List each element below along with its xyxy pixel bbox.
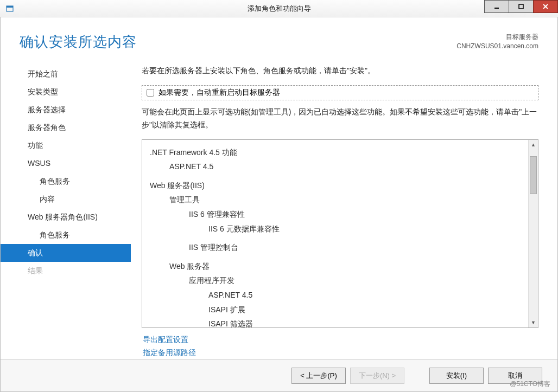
feature-list: .NET Framework 4.5 功能ASP.NET 4.5Web 服务器(… [142,140,528,328]
target-info: 目标服务器 CNHZWSUS01.vancen.com [456,33,538,51]
feature-item: Web 服务器(IIS) [150,178,521,193]
svg-rect-1 [7,6,13,8]
export-config-link[interactable]: 导出配置设置 [143,333,538,346]
sidebar-item[interactable]: 开始之前 [1,65,131,83]
feature-item: 应用程序开发 [189,273,521,288]
sidebar-item[interactable]: 功能 [1,137,131,155]
sidebar-item[interactable]: 确认 [1,244,131,262]
app-icon [5,4,14,13]
sidebar-item: 结果 [1,262,131,280]
minimize-button[interactable] [484,0,509,13]
auto-restart-checkbox[interactable] [147,89,154,97]
close-button[interactable] [533,0,558,13]
feature-item: Web 服务器 [169,259,521,274]
next-button: 下一步(N) > [350,368,404,384]
sidebar-item[interactable]: 角色服务 [1,172,131,190]
svg-rect-3 [519,4,523,9]
header-area: 确认安装所选内容 目标服务器 CNHZWSUS01.vancen.com [1,17,557,57]
scrollbar[interactable]: ▲ ▼ [528,140,538,328]
feature-item: ASP.NET 4.5 [169,159,521,174]
page-heading: 确认安装所选内容 [20,33,137,52]
main-panel: 若要在所选服务器上安装以下角色、角色服务或功能，请单击"安装"。 如果需要，自动… [131,57,544,359]
window-title: 添加角色和功能向导 [248,4,311,14]
sidebar-item[interactable]: 内容 [1,190,131,208]
feature-item: ISAPI 扩展 [208,303,521,317]
note-text: 可能会在此页面上显示可选功能(如管理工具)，因为已自动选择这些功能。如果不希望安… [142,106,538,132]
intro-text: 若要在所选服务器上安装以下角色、角色服务或功能，请单击"安装"。 [142,65,538,76]
watermark: @51CTO博客 [510,380,550,389]
maximize-button[interactable] [509,0,534,13]
titlebar: 添加角色和功能向导 [0,0,558,17]
links-area: 导出配置设置 指定备用源路径 [142,328,538,359]
previous-button[interactable]: < 上一步(P) [291,368,346,384]
feature-item: IIS 6 管理兼容性 [189,207,521,222]
button-bar: < 上一步(P) 下一步(N) > 安装(I) 取消 [1,359,557,391]
scroll-down-button[interactable]: ▼ [529,318,538,327]
sidebar-item[interactable]: 服务器角色 [1,119,131,137]
content-area: 开始之前安装类型服务器选择服务器角色功能WSUS角色服务内容Web 服务器角色(… [1,57,557,359]
button-spacer [409,368,425,384]
feature-item: 管理工具 [169,192,521,207]
feature-item: ASP.NET 4.5 [208,288,521,303]
feature-item: IIS 6 元数据库兼容性 [208,222,521,236]
sidebar-item[interactable]: 安装类型 [1,83,131,101]
auto-restart-checkbox-row[interactable]: 如果需要，自动重新启动目标服务器 [142,85,538,100]
scroll-thumb[interactable] [530,156,537,194]
target-server: CNHZWSUS01.vancen.com [456,42,538,51]
install-button[interactable]: 安装(I) [429,368,484,384]
sidebar-item[interactable]: WSUS [1,155,131,172]
scroll-up-button[interactable]: ▲ [529,140,538,150]
feature-item: IIS 管理控制台 [189,240,521,255]
dialog-body: 确认安装所选内容 目标服务器 CNHZWSUS01.vancen.com 开始之… [0,17,558,392]
wizard-sidebar: 开始之前安装类型服务器选择服务器角色功能WSUS角色服务内容Web 服务器角色(… [1,57,131,359]
feature-item: .NET Framework 4.5 功能 [150,145,521,160]
feature-list-container: .NET Framework 4.5 功能ASP.NET 4.5Web 服务器(… [142,139,538,329]
sidebar-item[interactable]: 角色服务 [1,226,131,244]
sidebar-item[interactable]: Web 服务器角色(IIS) [1,208,131,226]
window-controls [485,0,558,13]
alt-source-link[interactable]: 指定备用源路径 [143,346,538,359]
target-label: 目标服务器 [456,33,538,42]
auto-restart-label: 如果需要，自动重新启动目标服务器 [158,88,280,98]
feature-item: ISAPI 筛选器 [208,317,521,327]
sidebar-item[interactable]: 服务器选择 [1,101,131,119]
